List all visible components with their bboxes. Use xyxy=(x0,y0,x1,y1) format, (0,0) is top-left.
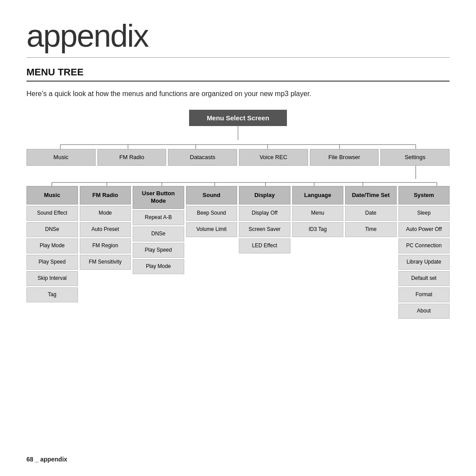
col-item: ID3 Tag xyxy=(292,222,344,237)
level2-column: User Button ModeRepeat A-BDNSePlay Speed… xyxy=(133,186,184,319)
col-header: Music xyxy=(26,186,78,205)
level2-column: MusicSound EffectDNSePlay ModePlay Speed… xyxy=(26,186,78,319)
col-header: Display xyxy=(239,186,290,205)
col-item: Sound Effect xyxy=(26,206,78,221)
col-item: Beep Sound xyxy=(186,206,238,221)
footer-text: 68 _ appendix xyxy=(26,456,67,463)
col-item: Play Mode xyxy=(26,238,78,253)
col-item: Repeat A-B xyxy=(133,210,184,225)
col-item: Auto Power Off xyxy=(398,222,450,237)
description: Here’s a quick look at how the menus and… xyxy=(26,89,450,99)
col-item: Format xyxy=(398,287,450,302)
col-header: FM Radio xyxy=(80,186,131,205)
col-item: DNSe xyxy=(133,227,184,242)
col-item: Library Update xyxy=(398,255,450,270)
level1-row: MusicFM RadioDatacastsVoice RECFile Brow… xyxy=(26,149,450,166)
col-item: Tag xyxy=(26,287,78,302)
col-header: User Button Mode xyxy=(133,186,184,209)
col-item: FM Region xyxy=(80,238,131,253)
col-item: Volume Limit xyxy=(186,222,238,237)
col-item: LED Effect xyxy=(239,238,290,253)
level1-node: Music xyxy=(26,149,96,166)
col-item: Play Speed xyxy=(26,255,78,270)
col-item: About xyxy=(398,304,450,319)
col-header: Language xyxy=(292,186,344,205)
col-item: Sleep xyxy=(398,206,450,221)
col-item: Display Off xyxy=(239,206,290,221)
col-item: Play Speed xyxy=(133,243,184,258)
level2-column: LanguageMenuID3 Tag xyxy=(292,186,344,319)
col-item: Auto Preset xyxy=(80,222,131,237)
level1-node: File Browser xyxy=(310,149,379,166)
col-item: Play Mode xyxy=(133,259,184,274)
level1-node: Settings xyxy=(380,149,450,166)
col-item: Skip Interval xyxy=(26,271,78,286)
col-item: Menu xyxy=(292,206,344,221)
level1-node: Voice REC xyxy=(239,149,308,166)
col-item: PC Connection xyxy=(398,238,450,253)
col-item: Screen Saver xyxy=(239,222,290,237)
col-item: Default set xyxy=(398,271,450,286)
root-node: Menu Select Screen xyxy=(189,110,287,126)
page-title: appendix xyxy=(26,18,450,58)
level2-column: Date/Time SetDateTime xyxy=(345,186,397,319)
level2-row: MusicSound EffectDNSePlay ModePlay Speed… xyxy=(26,186,450,319)
col-header: System xyxy=(398,186,450,205)
level2-column: FM RadioModeAuto PresetFM RegionFM Sensi… xyxy=(80,186,131,319)
col-header: Date/Time Set xyxy=(345,186,397,205)
section-title: MENU TREE xyxy=(26,67,450,82)
level2-column: DisplayDisplay OffScreen SaverLED Effect xyxy=(239,186,290,319)
level2-column: SystemSleepAuto Power OffPC ConnectionLi… xyxy=(398,186,450,319)
col-item: Mode xyxy=(80,206,131,221)
level2-column: SoundBeep SoundVolume Limit xyxy=(186,186,238,319)
col-header: Sound xyxy=(186,186,238,205)
menu-tree: Menu Select Screen MusicFM RadioDatacast… xyxy=(26,110,450,319)
col-item: Date xyxy=(345,206,397,221)
col-item: Time xyxy=(345,222,397,237)
level1-node: FM Radio xyxy=(97,149,167,166)
col-item: DNSe xyxy=(26,222,78,237)
col-item: FM Sensitivity xyxy=(80,255,131,270)
level1-node: Datacasts xyxy=(168,149,237,166)
